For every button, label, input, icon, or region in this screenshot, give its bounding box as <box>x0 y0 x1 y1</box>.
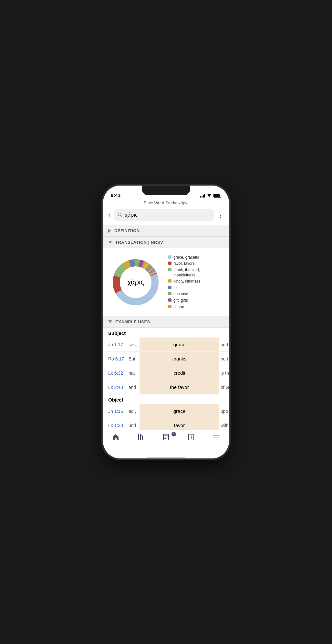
search-bar-row: ‹ χάρις ⋮ <box>108 208 224 222</box>
legend-dot <box>168 279 171 283</box>
phone-screen: 9:41 Bible Word Stud <box>103 186 229 458</box>
group-object-1: Object <box>103 394 229 404</box>
context-left: und <box>127 418 140 430</box>
ref-cell: Lk 2:40 <box>103 380 127 394</box>
highlighted-cell: thanks <box>140 352 219 366</box>
tab-home[interactable] <box>108 433 124 441</box>
example-uses-label: EXAMPLE USES <box>115 319 150 324</box>
table-row[interactable]: Ro 6:17 But thanks be t <box>103 352 229 366</box>
notes-badge: 5 <box>171 432 176 436</box>
wifi-icon <box>207 193 212 198</box>
context-left: But <box>127 352 140 366</box>
chart-section: χάρις grace, graceful favor, favors than… <box>103 248 229 316</box>
notes-icon <box>162 433 170 441</box>
legend-dot <box>168 292 171 295</box>
context-right: of G <box>219 380 229 394</box>
bible-icon <box>187 433 195 441</box>
svg-rect-26 <box>164 438 166 439</box>
tab-menu[interactable] <box>208 433 224 441</box>
table-row[interactable]: Jn 1:17 ses; grace and <box>103 338 229 352</box>
context-right: is th <box>219 366 229 380</box>
definition-section-header[interactable]: DEFINITION <box>103 225 229 237</box>
tab-notes[interactable]: 5 <box>158 433 174 441</box>
context-left: ses; <box>127 338 140 351</box>
legend-item: grace, graceful <box>168 255 224 260</box>
legend-item: gift, gifts <box>168 298 224 303</box>
svg-rect-20 <box>138 434 139 440</box>
phone-frame: 9:41 Bible Word Stud <box>103 186 229 458</box>
tab-library[interactable] <box>133 433 149 441</box>
legend-item: kindly, kindness <box>168 279 224 284</box>
ref-cell: Lk 1:30 <box>103 418 127 430</box>
page-title: Bible Word Study: χάρις <box>103 200 229 205</box>
tab-bar: 5 <box>103 430 229 456</box>
legend-dot <box>168 262 171 265</box>
legend-item: because <box>168 292 224 297</box>
ref-cell: Jn 1:17 <box>103 338 127 351</box>
home-indicator-bar <box>147 457 185 458</box>
context-right: with <box>219 418 229 430</box>
expanded-indicator-icon <box>108 241 112 244</box>
context-right: and <box>219 338 229 351</box>
signal-bar-2 <box>202 196 202 198</box>
donut-chart: χάρις <box>108 255 163 310</box>
tab-bible[interactable] <box>183 433 199 441</box>
search-input-wrap[interactable]: χάρις <box>114 209 214 221</box>
signal-bars-icon <box>200 194 205 198</box>
table-row[interactable]: Lk 1:30 und favor with <box>103 418 229 430</box>
status-icons <box>200 193 221 198</box>
highlighted-cell: credit <box>140 366 219 380</box>
svg-line-1 <box>121 215 122 217</box>
context-right: be t <box>219 352 229 366</box>
example-uses-section-header[interactable]: EXAMPLE USES <box>103 316 229 328</box>
menu-icon <box>213 433 220 441</box>
example-uses-section: Subject Jn 1:17 ses; grace and Ro 6:17 B… <box>103 328 229 430</box>
legend-dot <box>168 255 171 259</box>
signal-bar-3 <box>203 195 204 198</box>
legend-dot <box>168 268 171 271</box>
back-button[interactable]: ‹ <box>108 211 110 219</box>
table-row[interactable]: Lk 6:32 hat credit is th <box>103 366 229 380</box>
chart-legend: grace, graceful favor, favors thank, tha… <box>168 255 224 309</box>
library-icon <box>137 433 145 441</box>
battery-icon <box>213 194 221 198</box>
context-left: and <box>127 380 140 394</box>
svg-rect-21 <box>140 434 141 440</box>
translation-section-header[interactable]: TRANSLATION | NRSV <box>103 237 229 248</box>
legend-item: charm <box>168 305 224 310</box>
legend-item: thank, thanked, thankfulness… <box>168 268 224 278</box>
search-icon <box>118 212 122 218</box>
donut-center-label: χάρις <box>127 278 144 286</box>
context-left: ed , <box>127 404 140 418</box>
svg-rect-24 <box>164 435 168 436</box>
expanded-indicator-icon-2 <box>108 320 112 323</box>
definition-label: DEFINITION <box>114 228 140 233</box>
main-content: DEFINITION TRANSLATION | NRSV <box>103 225 229 430</box>
highlighted-cell: grace <box>140 338 219 351</box>
status-time: 9:41 <box>111 192 120 198</box>
context-right: upo <box>219 404 229 418</box>
legend-dot <box>168 305 171 308</box>
table-row[interactable]: Lk 2:40 and the favor of G <box>103 380 229 394</box>
group-subject-1: Subject <box>103 328 229 338</box>
legend-dot <box>168 298 171 302</box>
signal-bar-4 <box>204 194 205 198</box>
nav-bar: ‹ χάρις ⋮ <box>103 205 229 225</box>
legend-item: favor, favors <box>168 261 224 266</box>
table-row[interactable]: Jn 1:16 ed , grace upo <box>103 404 229 418</box>
notch <box>142 186 190 195</box>
highlighted-cell: grace <box>140 404 219 418</box>
ref-cell: Jn 1:16 <box>103 404 127 418</box>
group-label: Subject <box>108 330 126 336</box>
legend-dot <box>168 286 171 289</box>
legend-item: for <box>168 285 224 291</box>
highlighted-cell: favor <box>140 418 219 430</box>
collapsed-indicator-icon <box>108 229 111 233</box>
group-label: Object <box>108 397 123 403</box>
home-indicator <box>103 456 229 458</box>
translation-label: TRANSLATION | NRSV <box>115 240 163 245</box>
svg-rect-22 <box>141 435 143 440</box>
more-button[interactable]: ⋮ <box>217 211 224 219</box>
highlighted-cell: the favor <box>140 380 219 394</box>
context-left: hat <box>127 366 140 380</box>
